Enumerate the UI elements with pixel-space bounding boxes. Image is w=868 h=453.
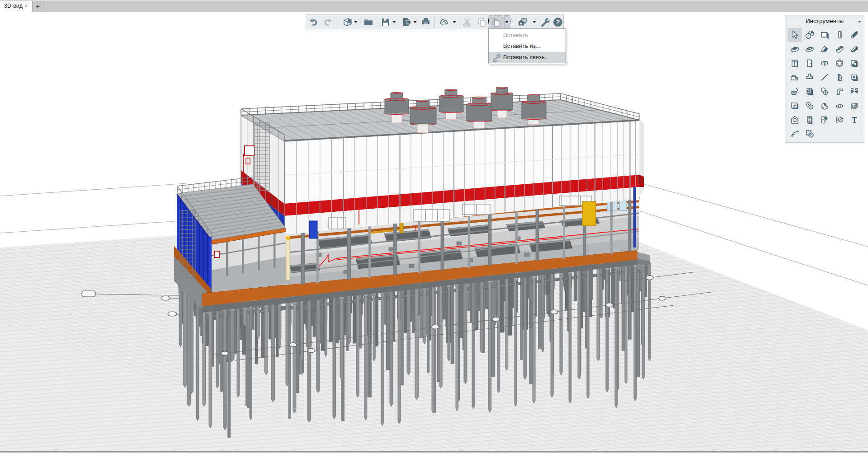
svg-text:A: A	[808, 119, 811, 123]
svg-text:?: ?	[556, 19, 560, 26]
svg-text:A: A	[807, 34, 810, 39]
